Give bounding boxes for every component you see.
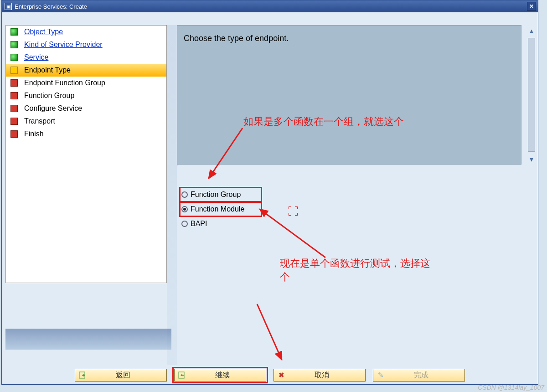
scroll-down-icon[interactable]: ▾	[526, 154, 537, 165]
radio-icon	[181, 221, 188, 227]
sidebar-item-object-type[interactable]: Object Type	[6, 26, 166, 38]
sidebar-item-label: Configure Service	[24, 104, 82, 113]
status-icon-pending	[10, 105, 18, 112]
button-label: 返回	[90, 371, 166, 380]
sidebar-item-label: Endpoint Type	[24, 66, 71, 74]
radio-function-group[interactable]: Function Group	[180, 187, 262, 202]
crop-marks	[289, 206, 298, 216]
button-label: 完成	[388, 371, 464, 380]
sidebar-item-label: Object Type	[24, 28, 63, 36]
decor-vstripe	[167, 25, 178, 365]
status-icon-pending	[10, 118, 18, 125]
close-icon: ✕	[529, 3, 534, 10]
scroll-up-icon[interactable]: ▴	[526, 25, 537, 36]
sidebar-item-function-group[interactable]: Function Group	[6, 89, 166, 102]
watermark: CSDN @1314lay_1007	[478, 384, 544, 391]
continue-button[interactable]: 继续	[174, 369, 266, 382]
titlebar: ▣ Enterprise Services: Create ✕	[2, 0, 538, 12]
finish-icon: ✎	[375, 370, 386, 381]
sidebar-item-service[interactable]: Service	[6, 51, 166, 64]
sidebar-item-label: Endpoint Function Group	[24, 79, 105, 87]
status-icon-pending	[10, 92, 18, 99]
sidebar-item-finish[interactable]: Finish	[6, 128, 166, 140]
sidebar-item-endpoint-type[interactable]: Endpoint Type	[6, 64, 166, 77]
annotation-bottom-1: 现在是单个函数进行测试，选择这	[280, 257, 430, 270]
sidebar-item-label: Function Group	[24, 92, 74, 100]
sidebar-item-label: Service	[24, 53, 48, 62]
info-text: Choose the type of endpoint.	[184, 34, 289, 43]
sidebar-item-endpoint-function-group[interactable]: Endpoint Function Group	[6, 77, 166, 89]
close-button[interactable]: ✕	[527, 2, 536, 11]
window-title: Enterprise Services: Create	[15, 3, 87, 10]
info-panel: Choose the type of endpoint.	[177, 25, 521, 165]
sidebar-item-label: Finish	[24, 130, 44, 138]
endpoint-type-radio-group: Function Group Function Module BAPI	[180, 187, 262, 231]
status-icon-pending	[10, 79, 18, 87]
radio-label: Function Group	[191, 191, 241, 199]
cancel-icon: ✖	[276, 370, 287, 381]
annotation-top: 如果是多个函数在一个组，就选这个	[243, 115, 404, 129]
button-label: 取消	[289, 371, 365, 380]
sidebar-item-kind-provider[interactable]: Kind of Service Provider	[6, 38, 166, 51]
cancel-button[interactable]: ✖ 取消	[274, 369, 366, 382]
sidebar-item-transport[interactable]: Transport	[6, 115, 166, 128]
radio-icon-selected	[181, 206, 188, 212]
back-icon	[77, 370, 88, 381]
finish-button: ✎ 完成	[373, 369, 465, 382]
window-icon: ▣	[5, 3, 12, 10]
decor-bottom	[5, 329, 171, 350]
status-icon-done	[10, 28, 18, 36]
sidebar-item-label: Kind of Service Provider	[24, 41, 103, 49]
button-label: 继续	[189, 371, 266, 380]
info-scrollbar[interactable]: ▴ ▾	[526, 25, 537, 165]
annotation-bottom-2: 个	[280, 270, 290, 284]
button-bar: 返回 继续 ✖ 取消 ✎ 完成	[2, 366, 538, 384]
sidebar-item-configure-service[interactable]: Configure Service	[6, 102, 166, 115]
back-button[interactable]: 返回	[75, 369, 167, 382]
sidebar-item-label: Transport	[24, 117, 55, 125]
continue-icon	[176, 370, 187, 381]
radio-icon	[181, 191, 188, 198]
radio-bapi[interactable]: BAPI	[180, 217, 262, 231]
radio-function-module[interactable]: Function Module	[180, 202, 262, 217]
dialog-window: ▣ Enterprise Services: Create ✕ Object T…	[1, 0, 538, 385]
radio-label: Function Module	[191, 205, 244, 213]
status-icon-pending	[10, 130, 18, 138]
status-icon-current	[10, 67, 18, 74]
dialog-body: Object Type Kind of Service Provider Ser…	[2, 12, 538, 384]
scroll-track[interactable]	[528, 38, 535, 152]
status-icon-done	[10, 54, 18, 61]
wizard-sidebar: Object Type Kind of Service Provider Ser…	[5, 25, 167, 283]
status-icon-done	[10, 41, 18, 48]
radio-label: BAPI	[191, 220, 207, 228]
